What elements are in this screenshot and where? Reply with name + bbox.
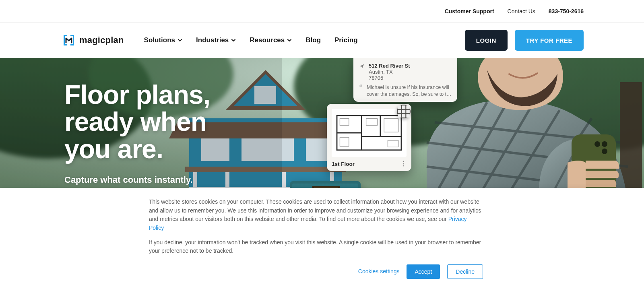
nav-item-industries[interactable]: Industries	[196, 36, 236, 44]
svg-rect-32	[340, 137, 349, 146]
brand-logo[interactable]: magicplan	[62, 34, 124, 47]
hero: Floor plans, ready when you are. Capture…	[0, 58, 644, 203]
utility-bar: Customer Support Contact Us 833-750-2616	[0, 0, 644, 23]
svg-rect-41	[406, 110, 410, 114]
nav-item-solutions[interactable]: Solutions	[144, 36, 182, 44]
floorplan-preview	[332, 109, 407, 157]
svg-rect-38	[406, 105, 410, 109]
svg-rect-31	[340, 119, 349, 126]
cookies-settings-link[interactable]: Cookies settings	[358, 267, 400, 276]
nav-item-blog[interactable]: Blog	[305, 36, 321, 44]
nav-label: Blog	[305, 36, 321, 44]
address-note: Michael is unsure if his insurance will …	[367, 84, 452, 98]
login-button[interactable]: LOGIN	[465, 30, 508, 51]
chevron-down-icon	[287, 38, 292, 43]
address-line-2: Austin, TX	[369, 69, 410, 75]
hero-title-line: ready when	[64, 107, 206, 136]
nav-menu: Solutions Industries Resources Blog Pric…	[144, 36, 358, 44]
svg-rect-42	[398, 114, 401, 118]
nav-actions: LOGIN TRY FOR FREE	[465, 30, 584, 51]
svg-rect-39	[398, 110, 401, 114]
cookie-paragraph-1: This website stores cookies on your comp…	[149, 198, 483, 233]
nav-label: Pricing	[334, 36, 358, 44]
nav-item-pricing[interactable]: Pricing	[334, 36, 358, 44]
chevron-down-icon	[178, 38, 182, 43]
svg-rect-40	[402, 110, 406, 114]
decline-button[interactable]: Decline	[447, 264, 483, 279]
address-line-3: 78705	[369, 75, 410, 81]
hero-title-line: you are.	[64, 134, 163, 164]
nav-label: Resources	[250, 36, 285, 44]
customer-support-link[interactable]: Customer Support	[445, 8, 494, 14]
nav-item-resources[interactable]: Resources	[250, 36, 292, 44]
svg-rect-35	[384, 119, 398, 132]
floorplan-card: 1st Floor ⋮	[327, 104, 411, 171]
svg-rect-43	[402, 114, 406, 118]
floorplan-label: 1st Floor	[332, 161, 355, 167]
contact-us-link[interactable]: Contact Us	[508, 8, 535, 14]
divider	[542, 8, 542, 14]
nav-label: Solutions	[144, 36, 175, 44]
address-line-1: 512 Red River St	[369, 63, 410, 69]
svg-rect-33	[366, 119, 378, 126]
main-nav: magicplan Solutions Industries Resources…	[0, 23, 644, 58]
address-lines: 512 Red River St Austin, TX 78705	[369, 63, 410, 81]
brand-name: magicplan	[79, 35, 124, 45]
phone-link[interactable]: 833-750-2616	[549, 8, 584, 14]
hero-title-line: Floor plans,	[64, 80, 210, 109]
more-vertical-icon[interactable]: ⋮	[400, 163, 407, 165]
svg-rect-44	[406, 114, 410, 118]
grid-view-icon[interactable]	[397, 105, 411, 118]
cookie-paragraph-2: If you decline, your information won't b…	[149, 238, 483, 256]
divider	[501, 8, 501, 14]
try-free-button[interactable]: TRY FOR FREE	[515, 30, 584, 51]
cookie-text: This website stores cookies on your comp…	[149, 198, 481, 222]
svg-rect-34	[388, 140, 398, 147]
cookie-banner: This website stores cookies on your comp…	[0, 188, 644, 291]
hero-content: Floor plans, ready when you are. Capture…	[0, 58, 644, 199]
svg-rect-36	[398, 105, 401, 109]
svg-rect-37	[402, 105, 406, 109]
nav-label: Industries	[196, 36, 229, 44]
cookie-actions: Cookies settings Accept Decline	[149, 264, 483, 279]
accept-button[interactable]: Accept	[407, 264, 440, 279]
address-card: 512 Red River St Austin, TX 78705 ❝ Mich…	[353, 58, 457, 102]
location-arrow-icon	[359, 64, 365, 71]
quote-icon: ❝	[359, 84, 363, 98]
chevron-down-icon	[231, 38, 236, 43]
logo-mark-icon	[62, 34, 75, 47]
